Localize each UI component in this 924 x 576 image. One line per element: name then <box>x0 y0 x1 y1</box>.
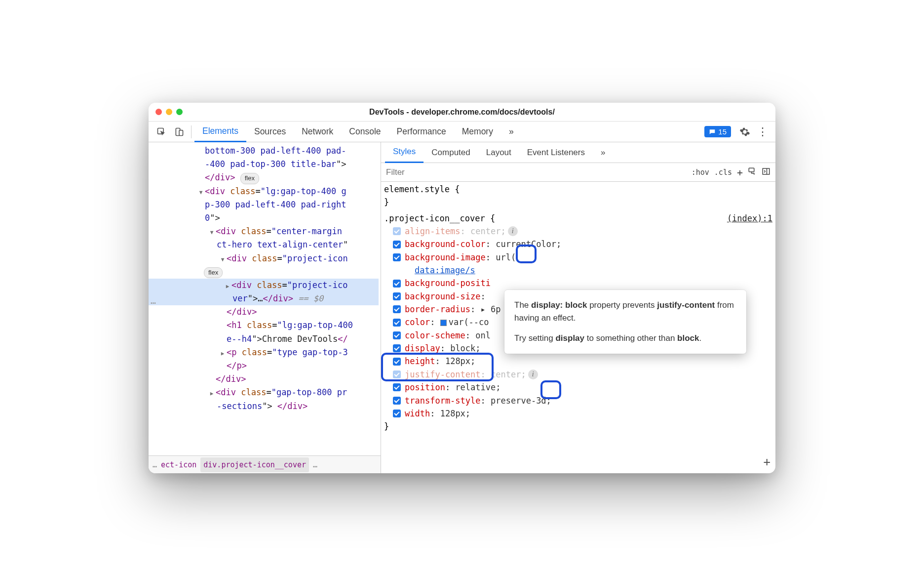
disclosure-icon[interactable] <box>225 279 231 292</box>
maximize-icon[interactable] <box>176 109 183 115</box>
closing-tag: </div> <box>205 172 235 182</box>
traffic-lights <box>155 109 183 115</box>
devtools-window: DevTools - developer.chrome.com/docs/dev… <box>149 103 775 473</box>
title-bar: DevTools - developer.chrome.com/docs/dev… <box>149 103 775 122</box>
svg-rect-2 <box>179 130 183 135</box>
tab-computed[interactable]: Computed <box>424 142 478 163</box>
rule-header: .project-icon__cover { (index):1 <box>384 212 772 225</box>
device-toggle-icon[interactable] <box>170 123 188 141</box>
css-property[interactable]: background-color: currentColor; <box>384 238 772 250</box>
checkbox-icon[interactable] <box>393 305 401 313</box>
styles-content[interactable]: element.style { } .project-icon__cover {… <box>381 182 775 473</box>
highlight-ring <box>540 380 561 399</box>
content-area: … bottom-300 pad-left-400 pad- -400 pad-… <box>149 142 775 473</box>
hint-tooltip: The display: block property prevents jus… <box>504 290 746 354</box>
css-property[interactable]: width: 128px; <box>384 407 772 420</box>
checkbox-icon[interactable] <box>393 253 401 261</box>
css-property-continuation[interactable]: data:image/s <box>384 264 772 277</box>
minimize-icon[interactable] <box>166 109 172 115</box>
tab-overflow[interactable]: » <box>593 142 613 163</box>
window-title: DevTools - developer.chrome.com/docs/dev… <box>149 108 775 117</box>
tab-memory[interactable]: Memory <box>454 122 501 142</box>
add-rule-button[interactable]: + <box>764 453 770 471</box>
info-icon[interactable]: i <box>508 226 518 236</box>
messages-badge[interactable]: 15 <box>704 126 731 137</box>
css-property[interactable]: background-image: url( <box>384 251 772 264</box>
gutter-ellipsis: … <box>151 294 156 308</box>
checkbox-icon[interactable] <box>393 241 401 248</box>
info-icon[interactable]: i <box>528 370 538 379</box>
breadcrumb-item[interactable]: ect-icon <box>161 459 196 471</box>
toggle-sidebar-icon[interactable] <box>762 167 770 178</box>
tab-console[interactable]: Console <box>341 122 388 142</box>
disclosure-icon[interactable] <box>209 225 215 238</box>
disclosure-icon[interactable] <box>220 346 226 359</box>
sub-tab-bar: Styles Computed Layout Event Listeners » <box>381 142 775 163</box>
disclosure-icon[interactable] <box>198 185 204 198</box>
close-icon[interactable] <box>155 109 162 115</box>
flex-badge[interactable]: flex <box>204 267 223 279</box>
disclosure-icon[interactable] <box>209 386 215 399</box>
tab-overflow[interactable]: » <box>501 122 522 142</box>
checkbox-icon[interactable] <box>393 227 401 235</box>
css-property[interactable]: position: relative; <box>384 381 772 394</box>
checkbox-icon[interactable] <box>393 344 401 352</box>
breadcrumb-item-selected[interactable]: div.project-icon__cover <box>200 457 309 472</box>
messages-count: 15 <box>718 127 727 136</box>
css-property[interactable]: transform-style: preserve-3d; <box>384 394 772 407</box>
checkbox-icon[interactable] <box>393 319 401 327</box>
settings-icon[interactable] <box>736 123 754 141</box>
styles-panel: Styles Computed Layout Event Listeners »… <box>381 142 775 473</box>
highlight-ring <box>381 353 494 381</box>
divider <box>191 125 192 138</box>
checkbox-icon[interactable] <box>393 410 401 417</box>
filter-input[interactable] <box>381 163 687 181</box>
checkbox-icon[interactable] <box>393 280 401 288</box>
hov-button[interactable]: :hov <box>692 168 709 177</box>
checkbox-icon[interactable] <box>393 397 401 405</box>
tab-elements[interactable]: Elements <box>194 122 246 142</box>
new-rule-button[interactable]: + <box>737 166 743 178</box>
color-swatch-icon[interactable] <box>440 320 447 326</box>
tab-event-listeners[interactable]: Event Listeners <box>519 142 593 163</box>
svg-rect-4 <box>763 168 770 174</box>
tab-performance[interactable]: Performance <box>389 122 454 142</box>
inline-style-rule: element.style { <box>384 183 772 196</box>
more-icon[interactable]: ⋮ <box>754 123 771 141</box>
cls-button[interactable]: .cls <box>714 168 732 177</box>
inspect-icon[interactable] <box>153 123 170 141</box>
tab-sources[interactable]: Sources <box>246 122 294 142</box>
css-property[interactable]: background-positi <box>384 277 772 289</box>
paint-icon[interactable] <box>748 167 757 178</box>
tab-layout[interactable]: Layout <box>478 142 519 163</box>
rule-selector[interactable]: .project-icon__cover { <box>384 212 495 225</box>
disclosure-icon[interactable] <box>220 252 226 265</box>
filter-bar: :hov .cls + <box>381 163 775 182</box>
css-property[interactable]: align-items: center;i <box>384 225 772 238</box>
breadcrumb-bar[interactable]: … ect-icon div.project-icon__cover … <box>149 455 381 473</box>
svg-rect-3 <box>749 168 754 172</box>
tab-styles[interactable]: Styles <box>385 142 424 163</box>
selected-node[interactable]: <div class="project-ico <box>149 279 379 292</box>
elements-tree[interactable]: … bottom-300 pad-left-400 pad- -400 pad-… <box>149 142 381 473</box>
highlight-ring <box>516 245 537 263</box>
source-link[interactable]: (index):1 <box>727 212 772 225</box>
checkbox-icon[interactable] <box>393 383 401 391</box>
checkbox-icon[interactable] <box>393 331 401 339</box>
flex-badge[interactable]: flex <box>240 173 259 184</box>
checkbox-icon[interactable] <box>393 292 401 300</box>
main-tab-bar: Elements Sources Network Console Perform… <box>149 122 775 142</box>
tab-network[interactable]: Network <box>294 122 341 142</box>
